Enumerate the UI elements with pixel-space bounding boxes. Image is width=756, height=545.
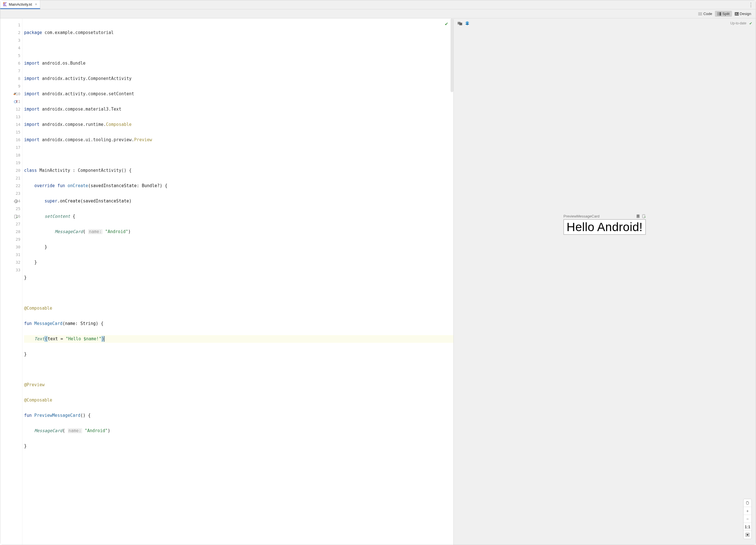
code-token: @Composable	[24, 398, 52, 403]
code-token: Preview	[134, 137, 152, 142]
line-number: 27	[16, 220, 20, 228]
preview-layers-icon[interactable]	[464, 20, 470, 26]
code-token: }	[24, 352, 27, 357]
run-preview-gutter-icon[interactable]	[14, 214, 18, 219]
code-token: @Composable	[24, 306, 52, 311]
code-token: import	[24, 122, 39, 127]
svg-rect-29	[643, 214, 645, 218]
code-token: MessageCard	[55, 229, 83, 234]
preview-device-icon[interactable]	[457, 20, 463, 26]
line-number: 4	[18, 44, 20, 52]
line-number: 30	[16, 243, 20, 251]
ide-window: MainActivity.kt × ⋮ Code Split Design	[0, 0, 756, 545]
mode-design-label: Design	[740, 12, 751, 16]
zoom-in-button[interactable]: +	[744, 507, 751, 515]
line-number: 29	[16, 235, 20, 243]
line-number: 28	[16, 228, 20, 235]
code-token: "Android"	[85, 428, 108, 433]
design-view-icon	[735, 12, 739, 16]
mode-design-button[interactable]: Design	[732, 11, 753, 17]
line-number-gutter: 1 2 3 4 5 6 7 8 9 10	[0, 18, 22, 545]
mode-split-label: Split	[722, 12, 729, 16]
code-token: (name: String) {	[62, 321, 103, 326]
tab-bar-menu-icon[interactable]: ⋮	[746, 1, 756, 9]
line-number: 8	[18, 75, 20, 82]
preview-status-check-icon: ✔	[749, 21, 752, 26]
code-editor-pane[interactable]: 1 2 3 4 5 6 7 8 9 10	[0, 18, 454, 545]
code-token: androidx.compose.material3.Text	[39, 107, 121, 112]
analysis-ok-icon[interactable]: ✔	[445, 21, 448, 27]
line-number: 21	[16, 174, 20, 182]
code-token: fun	[24, 413, 32, 418]
split-view-icon	[717, 12, 721, 16]
zoom-fit-button[interactable]	[744, 531, 751, 539]
code-token: MessageCard	[32, 321, 62, 326]
code-token: androidx.activity.compose.setContent	[39, 91, 134, 96]
code-token: import	[24, 91, 39, 96]
preview-status-label: Up-to-date	[730, 21, 746, 25]
line-number: 5	[18, 52, 20, 60]
file-tab-mainactivity[interactable]: MainActivity.kt ×	[0, 0, 40, 9]
close-tab-icon[interactable]: ×	[35, 2, 37, 7]
zoom-one-to-one-button[interactable]: 1:1	[744, 523, 751, 531]
preview-interactive-icon[interactable]	[636, 214, 640, 218]
code-token: .onCreate(savedInstanceState)	[57, 198, 131, 203]
line-number: 23	[16, 190, 20, 197]
preview-settings-gutter-icon[interactable]	[14, 199, 18, 203]
override-gutter-icon[interactable]	[14, 99, 18, 104]
code-token: androidx.activity.ComponentActivity	[39, 76, 131, 81]
line-number: 31	[16, 251, 20, 258]
editor-tab-bar: MainActivity.kt × ⋮	[0, 0, 756, 9]
code-token: }	[44, 244, 47, 249]
code-token: () {	[80, 413, 91, 418]
line-number: 9	[18, 82, 20, 90]
kotlin-file-icon	[3, 2, 7, 6]
mode-code-label: Code	[703, 12, 712, 16]
line-number: 33	[16, 266, 20, 274]
mode-split-button[interactable]: Split	[715, 11, 732, 17]
code-text-area[interactable]: package com.example.composetutorial impo…	[22, 18, 453, 545]
code-token: package	[24, 30, 42, 35]
code-token: }	[24, 275, 27, 280]
svg-marker-22	[17, 217, 18, 218]
code-token: {	[70, 214, 75, 219]
preview-deploy-icon[interactable]	[642, 214, 646, 218]
code-token: android.os.Bundle	[39, 61, 86, 66]
code-token: "Android"	[105, 229, 128, 234]
line-number: 20	[16, 167, 20, 174]
code-token: import	[24, 107, 39, 112]
line-number: 1	[18, 21, 20, 29]
svg-rect-24	[459, 23, 462, 25]
code-token: fun	[24, 321, 32, 326]
svg-marker-26	[465, 23, 469, 25]
code-token: @Preview	[24, 382, 44, 387]
mode-code-button[interactable]: Code	[696, 11, 714, 17]
svg-rect-21	[14, 215, 17, 218]
code-token: (savedInstanceState: Bundle?) {	[88, 183, 167, 188]
file-tab-label: MainActivity.kt	[9, 2, 32, 7]
line-number: 19	[16, 159, 20, 167]
svg-marker-30	[645, 216, 646, 217]
code-token: "Hello $name!"	[66, 336, 101, 342]
code-token: class	[24, 168, 37, 173]
svg-point-16	[16, 201, 16, 201]
run-class-gutter-icon[interactable]	[14, 92, 18, 96]
zoom-pan-button[interactable]	[744, 499, 751, 507]
code-token: }	[24, 444, 27, 449]
line-number: 15	[16, 128, 20, 136]
preview-canvas[interactable]: PreviewMessageCard Hello Android!	[454, 28, 756, 545]
editor-mode-switcher: Code Split Design	[0, 9, 756, 18]
line-number: 22	[16, 182, 20, 190]
preview-composable-card[interactable]: PreviewMessageCard Hello Android!	[564, 214, 646, 235]
zoom-out-button[interactable]: −	[744, 515, 751, 523]
code-token: setContent	[44, 214, 70, 219]
code-token: onCreate	[65, 183, 88, 188]
code-token: PreviewMessageCard	[32, 413, 80, 418]
line-number: 6	[18, 60, 20, 67]
code-token: androidx.compose.runtime.	[39, 122, 106, 127]
code-token: com.example.composetutorial	[42, 30, 114, 35]
code-token: fun	[55, 183, 65, 188]
editor-scrollbar[interactable]	[451, 18, 453, 92]
line-number: 13	[16, 113, 20, 121]
svg-rect-32	[747, 534, 748, 536]
